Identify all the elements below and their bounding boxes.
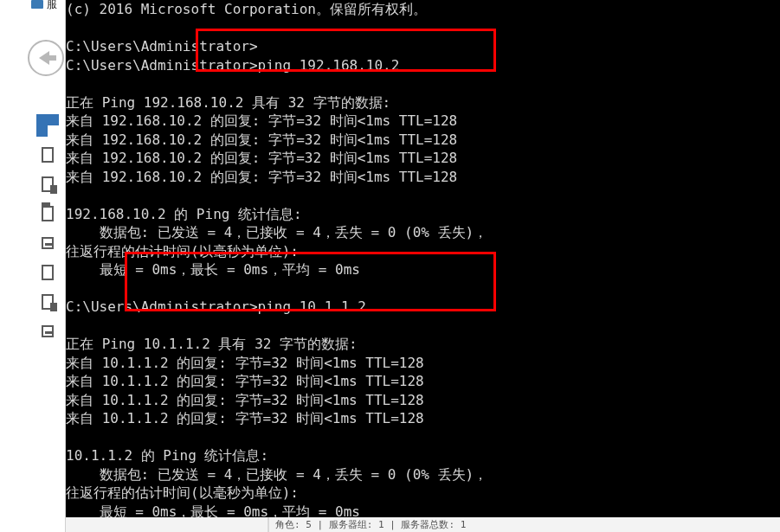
sidebar-item-local-server[interactable] (36, 144, 59, 166)
role-icon (42, 206, 54, 221)
server-label: 服 (47, 0, 57, 12)
ping-stats-pkts: 数据包: 已发送 = 4，已接收 = 4，丢失 = 0 (0% 丢失)， (66, 466, 487, 483)
ping-stats-min: 最短 = 0ms，最长 = 0ms，平均 = 0ms (66, 261, 360, 278)
sidebar-item-role-2[interactable] (36, 232, 59, 254)
sidebar-icon-rail (36, 114, 66, 349)
back-button[interactable] (28, 40, 64, 76)
ping-reply-line: 来自 10.1.1.2 的回复: 字节=32 时间<1ms TTL=128 (66, 392, 424, 408)
ping-reply-line: 来自 192.168.10.2 的回复: 字节=32 时间<1ms TTL=12… (66, 112, 457, 129)
sidebar-item-role-5[interactable] (36, 320, 59, 343)
servers-icon (42, 176, 54, 192)
ping-reply-line: 来自 192.168.10.2 的回复: 字节=32 时间<1ms TTL=12… (66, 131, 457, 148)
ping-stats-head: 192.168.10.2 的 Ping 统计信息: (66, 206, 302, 222)
ping-reply-line: 来自 192.168.10.2 的回复: 字节=32 时间<1ms TTL=12… (66, 169, 457, 185)
prompt-line: C:\Users\Administrator> (66, 38, 258, 54)
sidebar-item-role-4[interactable] (36, 291, 59, 313)
sidebar-item-dashboard[interactable] (36, 114, 59, 137)
status-bar-separator (268, 517, 269, 532)
status-bar-text: 角色: 5 | 服务器组: 1 | 服务器总数: 1 (275, 518, 466, 531)
prompt-line: C:\Users\Administrator> (66, 57, 258, 74)
server-manager-sidebar: 服 (0, 0, 66, 532)
back-arrow-icon (39, 51, 49, 65)
command-prompt-window[interactable]: (c) 2016 Microsoft Corporation。保留所有权利。 C… (66, 0, 780, 517)
role-icon (42, 265, 54, 280)
ping-stats-min: 最短 = 0ms，最长 = 0ms，平均 = 0ms (66, 503, 360, 518)
server-icon (42, 147, 54, 163)
sidebar-item-role-3[interactable] (36, 261, 59, 284)
ping-stats-pkts: 数据包: 已发送 = 4，已接收 = 4，丢失 = 0 (0% 丢失)， (66, 224, 487, 240)
sidebar-item-role-1[interactable] (36, 202, 59, 225)
ping-stats-head: 10.1.1.2 的 Ping 统计信息: (66, 447, 268, 464)
ping-start-line: 正在 Ping 10.1.1.2 具有 32 字节的数据: (66, 336, 358, 352)
ping-stats-rtt: 往返行程的估计时间(以毫秒为单位): (66, 484, 299, 501)
ping-reply-line: 来自 192.168.10.2 的回复: 字节=32 时间<1ms TTL=12… (66, 150, 457, 166)
cmd-text: ping 10.1.1.2 (258, 298, 366, 315)
storage-icon (42, 237, 54, 249)
role-icon (42, 325, 54, 337)
role-icon (42, 294, 54, 310)
cmd-text: ping 192.168.10.2 (258, 57, 400, 74)
server-icon (31, 0, 43, 9)
copyright-line: (c) 2016 Microsoft Corporation。保留所有权利。 (66, 1, 427, 17)
ping-start-line: 正在 Ping 192.168.10.2 具有 32 字节的数据: (66, 94, 390, 111)
ping-reply-line: 来自 10.1.1.2 的回复: 字节=32 时间<1ms TTL=128 (66, 373, 424, 389)
prompt-line: C:\Users\Administrator> (66, 298, 258, 315)
top-fragment: 服 (0, 0, 66, 10)
ping-reply-line: 来自 10.1.1.2 的回复: 字节=32 时间<1ms TTL=128 (66, 410, 424, 426)
ping-stats-rtt: 往返行程的估计时间(以毫秒为单位): (66, 243, 299, 260)
ping-reply-line: 来自 10.1.1.2 的回复: 字节=32 时间<1ms TTL=128 (66, 355, 424, 371)
sidebar-item-all-servers[interactable] (36, 173, 59, 195)
